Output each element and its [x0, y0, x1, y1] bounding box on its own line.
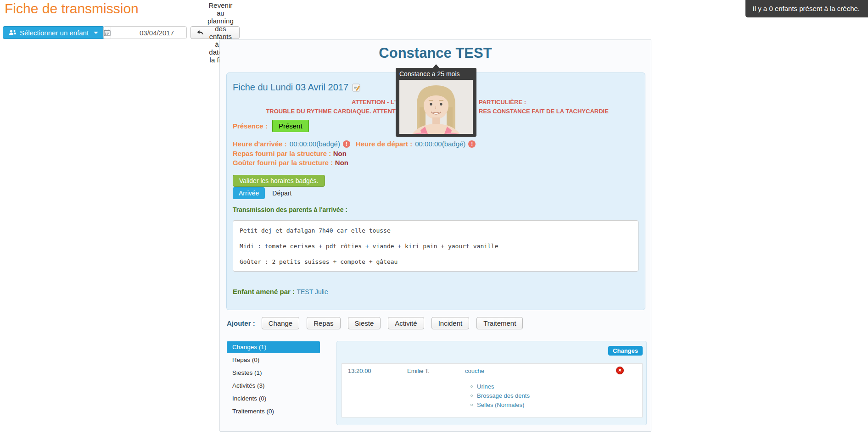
record-type: couche [465, 367, 484, 374]
warning-line1-right: PARTICULIÈRE : [479, 99, 526, 106]
transmission-line: Goûter : 2 petits suisses + compote + gâ… [240, 258, 632, 266]
child-name: Constance TEST [220, 45, 651, 61]
add-incident-button[interactable]: Incident [431, 317, 470, 329]
arrival-departure-tabs: Arrivée Départ [233, 187, 299, 199]
brought-by-value: TEST Julie [297, 288, 328, 295]
tab-siestes[interactable]: Siestes (1) [227, 367, 320, 379]
departure-value: 00:00:00(badgé) [415, 140, 465, 148]
add-repas-button[interactable]: Repas [307, 317, 340, 329]
record-author: Emilie T. [407, 367, 430, 374]
record-tabs: Changes (1) Repas (0) Siestes (1) Activi… [227, 341, 320, 418]
chevron-down-icon [94, 32, 98, 34]
page: Fiche de transmission Il y a 0 enfants p… [0, 0, 868, 434]
brought-by-label: Enfant amené par : [233, 288, 295, 295]
records-panel: Changes 13:20:00 Emilie T. couche × Urin… [336, 341, 647, 425]
validate-badged-hours-button[interactable]: Valider les horaires badgés. [233, 175, 325, 187]
date-input[interactable] [111, 27, 187, 39]
back-to-planning-button[interactable]: Revenir au planning des enfants à la dat… [190, 26, 240, 39]
bullet-icon [470, 395, 473, 397]
record-detail: Urines [470, 382, 530, 391]
record-time: 13:20:00 [348, 367, 371, 374]
users-icon [9, 29, 17, 36]
edit-note-icon[interactable] [352, 83, 360, 92]
snack-value: Non [335, 159, 348, 167]
meal-row: Repas fourni par la structure : Non [233, 150, 347, 158]
page-title: Fiche de transmission [5, 1, 139, 17]
fiche-title-label: Fiche du Lundi 03 Avril 2017 [233, 82, 348, 93]
departure-label: Heure de départ : [356, 140, 412, 148]
add-change-button[interactable]: Change [262, 317, 300, 329]
present-badge[interactable]: Présent [272, 120, 309, 132]
child-photo-tooltip: Constance a 25 mois [396, 64, 476, 137]
presence-row: Présence : Présent [233, 119, 309, 132]
child-photo [399, 80, 473, 134]
tab-arrival[interactable]: Arrivée [233, 187, 265, 199]
departure-warning-icon: ! [468, 140, 476, 148]
calendar-icon[interactable] [104, 27, 111, 39]
reply-icon [196, 30, 204, 36]
delete-record-icon[interactable]: × [616, 367, 624, 374]
transmission-line: Midi : tomate cerises + pdt rôties + via… [240, 242, 632, 250]
bullet-icon [470, 385, 473, 388]
arrival-warning-icon: ! [343, 140, 350, 148]
bullet-icon [470, 404, 473, 406]
toolbar: Sélectionner un enfant [3, 26, 104, 39]
select-child-button[interactable]: Sélectionner un enfant [3, 26, 104, 39]
arrival-value: 00:00:00(badgé) [290, 140, 340, 148]
hours-row: Heure d'arrivée : 00:00:00(badgé) ! Heur… [233, 140, 476, 148]
tooltip-arrow-icon [433, 64, 439, 68]
presence-label: Présence : [233, 122, 268, 130]
tab-traitements[interactable]: Traitements (0) [227, 406, 320, 417]
warning-line2-right: RES CONSTANCE FAIT DE LA TACHYCARDIE [479, 108, 609, 115]
tab-incidents[interactable]: Incidents (0) [227, 393, 320, 405]
warning-line1-left: ATTENTION - L' [352, 99, 396, 106]
tab-changes[interactable]: Changes (1) [227, 341, 320, 353]
tab-activites[interactable]: Activités (3) [227, 380, 320, 392]
brought-by-row: Enfant amené par : TEST Julie [233, 288, 328, 296]
transmission-line: Petit dej et dafalgan 7h40 car elle tous… [240, 227, 632, 234]
transmission-label: Transmission des parents à l'arrivée : [233, 206, 347, 213]
select-child-label: Sélectionner un enfant [20, 29, 89, 37]
add-activite-button[interactable]: Activité [388, 317, 424, 329]
record-detail: Selles (Normales) [470, 401, 530, 410]
meal-value: Non [333, 150, 347, 157]
child-age-label: Constance a 25 mois [399, 70, 473, 78]
transmission-textarea[interactable]: Petit dej et dafalgan 7h40 car elle tous… [233, 220, 638, 272]
arrival-label: Heure d'arrivée : [233, 140, 287, 148]
tab-departure[interactable]: Départ [265, 187, 299, 199]
record-card: 13:20:00 Emilie T. couche × Urines Bross… [342, 363, 643, 417]
snack-row: Goûter fourni par la structure : Non [233, 159, 348, 167]
warning-line2-left: TROUBLE DU RYTHME CARDIAQUE. ATTENT [266, 108, 396, 115]
records-panel-badge: Changes [608, 346, 643, 356]
meal-label: Repas fourni par la structure : [233, 150, 331, 157]
record-detail-list: Urines Brossage des dents Selles (Normal… [470, 382, 530, 410]
tab-repas[interactable]: Repas (0) [227, 354, 320, 366]
presence-notification: Il y a 0 enfants présent à la crèche. [745, 0, 868, 17]
record-detail: Brossage des dents [470, 391, 530, 401]
add-traitement-button[interactable]: Traitement [476, 317, 523, 329]
add-sieste-button[interactable]: Sieste [348, 317, 381, 329]
snack-label: Goûter fourni par la structure : [233, 159, 333, 167]
date-picker[interactable] [103, 26, 187, 39]
add-label: Ajouter : [227, 319, 255, 327]
add-section: Ajouter : Change Repas Sieste Activité I… [227, 317, 530, 329]
fiche-title: Fiche du Lundi 03 Avril 2017 [233, 82, 360, 93]
